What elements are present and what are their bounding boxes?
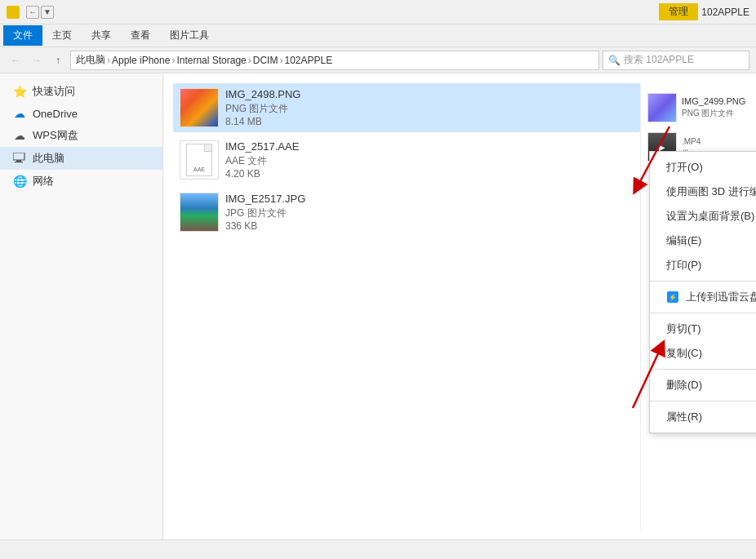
network-icon: 🌐 [13, 175, 26, 188]
file-name-imge2517: IMG_E2517.JPG [225, 193, 634, 205]
breadcrumb-storage: Internal Storage [176, 55, 246, 66]
file-info-img2498: IMG_2498.PNG PNG 图片文件 8.14 MB [225, 88, 634, 127]
sidebar-item-network[interactable]: 🌐 网络 [0, 170, 162, 193]
cloud-icon: ☁ [13, 107, 26, 120]
manage-tab[interactable]: 管理 [659, 3, 698, 20]
sidebar: ⭐ 快速访问 ☁ OneDrive ☁ WPS网盘 此电脑 🌐 网络 [0, 73, 163, 539]
search-box[interactable]: 🔍 搜索 102APPLE [603, 51, 749, 70]
address-bar: ← → ↑ 此电脑 › Apple iPhone › Internal Stor… [0, 47, 756, 73]
star-icon: ⭐ [13, 85, 26, 98]
file-item-imge2517[interactable]: IMG_E2517.JPG JPG 图片文件 336 KB [173, 188, 640, 237]
back-button[interactable]: ← [7, 51, 24, 69]
breadcrumb-folder: 102APPLE [284, 55, 332, 66]
red-arrow-bottom [616, 335, 690, 419]
sidebar-item-this-pc[interactable]: 此电脑 [0, 147, 162, 170]
title-bar-controls: ← ▼ [26, 6, 54, 19]
file-info-img2517: IMG_2517.AAE AAE 文件 4.20 KB [225, 140, 634, 180]
menu-image-tools[interactable]: 图片工具 [160, 25, 219, 46]
file-type-img2498: PNG 图片文件 [225, 102, 634, 116]
breadcrumb-phone: Apple iPhone [112, 55, 170, 66]
search-placeholder: 搜索 102APPLE [624, 53, 694, 67]
menu-home[interactable]: 主页 [42, 25, 82, 46]
ctx-separator-1 [650, 281, 756, 282]
file-info-imge2517: IMG_E2517.JPG JPG 图片文件 336 KB [225, 193, 634, 232]
ctx-xunlei-label: 上传到迅雷云盘 [686, 290, 756, 304]
sidebar-label-onedrive: OneDrive [33, 108, 78, 120]
file-name-img2517: IMG_2517.AAE [225, 140, 634, 153]
title-bar-left: ← ▼ [7, 6, 54, 19]
ctx-edit-label: 编辑(E) [666, 233, 701, 248]
sidebar-label-this-pc: 此电脑 [33, 151, 64, 166]
file-area: IMG_2498.PNG PNG 图片文件 8.14 MB AAE IMG_25… [163, 73, 756, 539]
wps-cloud-icon: ☁ [13, 129, 26, 142]
sidebar-label-wps: WPS网盘 [33, 128, 78, 143]
file-type-img2517: AAE 文件 [225, 154, 634, 168]
sidebar-label-network: 网络 [33, 174, 54, 189]
breadcrumb-dcim: DCIM [253, 55, 278, 66]
sidebar-label-quick-access: 快速访问 [33, 84, 75, 99]
forward-button[interactable]: → [28, 51, 46, 69]
file-name-img2498: IMG_2498.PNG [225, 88, 634, 100]
svg-line-4 [637, 126, 669, 188]
ctx-separator-2 [650, 313, 756, 313]
xunlei-icon: ⚡ [666, 291, 679, 304]
sidebar-item-wps[interactable]: ☁ WPS网盘 [0, 124, 162, 147]
sidebar-item-quick-access[interactable]: ⭐ 快速访问 [0, 80, 162, 103]
file-thumb-img2498 [180, 88, 219, 127]
folder-icon [7, 6, 20, 19]
ctx-print-label: 打印(P) [666, 258, 701, 273]
up-button[interactable]: ↑ [49, 51, 67, 69]
file-list: IMG_2498.PNG PNG 图片文件 8.14 MB AAE IMG_25… [173, 83, 640, 530]
file-size-img2498: 8.14 MB [225, 116, 634, 127]
menu-share[interactable]: 共享 [82, 25, 121, 46]
file-thumb-imge2517 [180, 193, 219, 232]
window-title: 102APPLE [701, 7, 749, 18]
svg-rect-1 [16, 160, 21, 162]
main-layout: ⭐ 快速访问 ☁ OneDrive ☁ WPS网盘 此电脑 🌐 网络 [0, 73, 756, 539]
file-info-img2499: IMG_2499.PNG PNG 图片文件 [682, 96, 745, 119]
file-type-imge2517: JPG 图片文件 [225, 206, 634, 220]
menu-bar: 文件 主页 共享 查看 图片工具 [0, 24, 756, 47]
ctx-wallpaper-label: 设置为桌面背景(B) [666, 209, 754, 224]
file-size-imge2517: 336 KB [225, 220, 634, 232]
computer-icon [13, 152, 26, 165]
red-arrow-top [620, 122, 686, 198]
ctx-print[interactable]: 打印(P) [650, 253, 756, 277]
ctx-xunlei[interactable]: ⚡ 上传到迅雷云盘 [650, 285, 756, 309]
menu-file[interactable]: 文件 [3, 25, 42, 46]
file-item-img2499[interactable]: IMG_2499.PNG PNG 图片文件 [644, 90, 743, 126]
svg-rect-0 [13, 153, 24, 160]
svg-line-6 [633, 347, 661, 408]
dropdown-btn[interactable]: ▼ [41, 6, 54, 19]
sidebar-item-onedrive[interactable]: ☁ OneDrive [0, 103, 162, 124]
file-item-img2498[interactable]: IMG_2498.PNG PNG 图片文件 8.14 MB [173, 83, 640, 132]
aae-file-icon: AAE [186, 144, 212, 176]
status-bar [0, 539, 756, 559]
breadcrumb[interactable]: 此电脑 › Apple iPhone › Internal Storage › … [70, 51, 599, 70]
file-name-img2499: IMG_2499.PNG [682, 96, 745, 106]
file-item-img2517[interactable]: AAE IMG_2517.AAE AAE 文件 4.20 KB [173, 135, 640, 184]
svg-rect-2 [15, 162, 23, 162]
title-bar: ← ▼ 管理 102APPLE [0, 0, 756, 24]
menu-view[interactable]: 查看 [121, 25, 160, 46]
file-size-img2517: 4.20 KB [225, 168, 634, 180]
file-thumb-img2499 [647, 93, 677, 122]
file-type-img2499: PNG 图片文件 [682, 108, 745, 119]
ctx-edit[interactable]: 编辑(E) [650, 228, 756, 253]
back-btn[interactable]: ← [26, 6, 39, 19]
file-thumb-img2517: AAE [180, 140, 219, 180]
ctx-wallpaper[interactable]: 设置为桌面背景(B) [650, 204, 756, 228]
breadcrumb-pc: 此电脑 [76, 53, 105, 67]
